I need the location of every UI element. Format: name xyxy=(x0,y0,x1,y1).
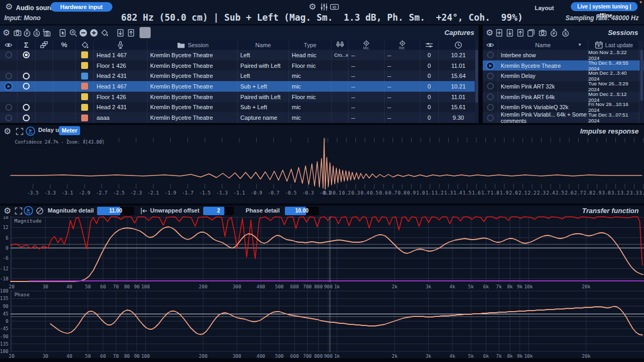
captures-header-time[interactable] xyxy=(439,40,478,50)
color-swatch-button[interactable] xyxy=(140,27,151,38)
sum-radio[interactable] xyxy=(23,83,30,90)
minus-icon[interactable] xyxy=(79,28,88,38)
capture-row[interactable]: Head 1 467Kremlin Bycetre TheatreSub + L… xyxy=(0,81,478,92)
session-cell-eye[interactable] xyxy=(483,70,498,81)
eye-icon[interactable] xyxy=(4,40,13,50)
captures-header-pct[interactable]: % xyxy=(53,40,76,50)
unwrapped-offset-input[interactable]: 2 xyxy=(203,207,234,215)
capture-cell-sum[interactable] xyxy=(18,60,36,71)
magnitude-detail-input[interactable]: 11.00 xyxy=(97,207,134,215)
copy-icon[interactable] xyxy=(526,28,536,38)
session-row[interactable]: Kremlin Pink Variabl... 64k + Some comme… xyxy=(483,112,644,123)
color-swatch[interactable] xyxy=(81,83,88,90)
calendar-icon[interactable] xyxy=(594,40,604,50)
captures-header-session[interactable]: Session xyxy=(147,40,238,50)
two-mics-icon[interactable] xyxy=(335,40,345,50)
capture-cell-sum[interactable] xyxy=(18,92,36,102)
capture-row[interactable]: Head 2 431Kremlin Bycetre TheatreLeftmic… xyxy=(0,70,478,81)
sum-radio[interactable] xyxy=(23,73,30,80)
timer-s-icon[interactable]: S xyxy=(561,28,570,38)
visibility-circle[interactable] xyxy=(5,73,12,80)
captures-header-capture[interactable] xyxy=(94,40,147,50)
capture-cell-eye[interactable] xyxy=(0,81,18,92)
session-row[interactable]: Kremlin Pink VariableQ 32kFri Nov 29...1… xyxy=(483,102,644,113)
gear-icon[interactable]: ⚙ xyxy=(2,28,11,38)
zoom-d-icon[interactable]: d xyxy=(68,28,78,38)
plus-icon[interactable] xyxy=(89,28,99,38)
captures-header-ref[interactable]: Ref. xyxy=(385,40,420,50)
color-swatch[interactable] xyxy=(81,104,88,111)
capture-cell-eye[interactable] xyxy=(0,50,18,60)
captures-header-gain[interactable] xyxy=(420,40,439,50)
import-icon[interactable] xyxy=(116,28,125,38)
camera-icon[interactable] xyxy=(538,28,547,38)
export-icon[interactable] xyxy=(516,28,525,38)
capture-cell-color[interactable] xyxy=(76,60,94,71)
session-cell-eye[interactable] xyxy=(483,50,498,60)
capture-cell-color[interactable] xyxy=(76,81,94,92)
capture-cell-color[interactable] xyxy=(76,112,94,123)
doc-plus-icon[interactable] xyxy=(494,28,504,38)
settings-gear-icon[interactable]: ⚙ xyxy=(308,2,317,12)
impulse-live-icon[interactable]: live xyxy=(25,126,36,136)
import-icon[interactable] xyxy=(505,28,515,38)
mode-button[interactable]: Live | system tuning | offline xyxy=(571,2,638,11)
capture-cell-sum[interactable] xyxy=(18,112,36,123)
session-cell-eye[interactable] xyxy=(483,60,498,71)
capture-cell-eye[interactable] xyxy=(0,102,18,113)
sessions-scrollbar[interactable] xyxy=(640,40,643,123)
impulse-settings-gear-icon[interactable]: ⚙ xyxy=(3,127,12,136)
transfer-fullscreen-icon[interactable] xyxy=(14,206,23,216)
capture-row[interactable]: aaaaKremlin Bycetre TheatreCapture namem… xyxy=(0,112,478,123)
timer-p-icon[interactable]: P xyxy=(549,28,559,38)
polarity-icon[interactable] xyxy=(35,206,45,216)
clock-icon[interactable] xyxy=(454,40,463,50)
hardware-input-button[interactable]: Hardware input xyxy=(50,2,112,12)
captures-header-sum[interactable]: Σ xyxy=(18,40,36,50)
bucket-icon[interactable] xyxy=(80,40,90,50)
target-icon[interactable] xyxy=(362,40,371,46)
gear-icon[interactable]: ⚙ xyxy=(485,28,494,38)
export-icon[interactable] xyxy=(126,28,136,38)
audio-source-gear-icon[interactable]: ⚙ xyxy=(4,2,14,12)
capture-cell-color[interactable] xyxy=(76,50,94,60)
capture-cell-color[interactable] xyxy=(76,70,94,81)
store-icon[interactable] xyxy=(58,28,67,38)
microphone-icon[interactable] xyxy=(116,40,125,50)
capture-cell-sum[interactable] xyxy=(18,70,36,81)
capture-cell-eye[interactable] xyxy=(0,112,18,123)
captures-header-color[interactable] xyxy=(76,40,94,50)
color-swatch[interactable] xyxy=(81,93,88,100)
capture-cell-color[interactable] xyxy=(76,102,94,113)
visibility-circle[interactable] xyxy=(5,104,12,111)
visibility-circle[interactable] xyxy=(5,114,12,121)
io-icon[interactable]: IO xyxy=(329,2,339,12)
capture-cell-sum[interactable] xyxy=(18,81,36,92)
transfer-settings-gear-icon[interactable]: ⚙ xyxy=(3,206,12,216)
captures-header-eye[interactable] xyxy=(0,40,18,50)
capture-cell-eye[interactable] xyxy=(0,60,18,71)
captures-header-label[interactable]: Name xyxy=(238,40,289,50)
session-row[interactable]: Kremlin DelayMon Dec 2...3:40 2024 xyxy=(483,70,644,81)
capture-row[interactable]: Floor 1 426Kremlin Bycetre TheatrePaired… xyxy=(0,92,478,102)
eye-icon[interactable] xyxy=(485,40,495,50)
sum-camera-icon[interactable]: Σ xyxy=(42,28,51,38)
meter-button[interactable]: Meter xyxy=(59,126,80,135)
capture-row[interactable]: Head 2 431Kremlin Bycetre TheatreSub + L… xyxy=(0,102,478,113)
visibility-circle[interactable] xyxy=(487,104,494,111)
unwrap-icon[interactable] xyxy=(139,206,149,216)
capture-cell-color[interactable] xyxy=(76,92,94,102)
color-swatch[interactable] xyxy=(81,51,88,58)
session-cell-eye[interactable] xyxy=(483,112,498,123)
visibility-circle[interactable] xyxy=(487,51,494,58)
session-row[interactable]: Kremlin Pink ART 32kTue Nov 26...3:29 20… xyxy=(483,81,644,92)
visibility-circle[interactable] xyxy=(5,51,12,58)
session-row[interactable]: Kremlin Bycetre TheatreThu Dec 5...49:55… xyxy=(483,60,644,71)
session-row[interactable]: Interbee showMon Nov 2...5:22 2024 xyxy=(483,50,644,60)
transfer-live-icon[interactable]: live xyxy=(23,206,33,216)
sum-radio[interactable] xyxy=(23,104,30,111)
phase-detail-input[interactable]: 10.00 xyxy=(285,207,319,215)
percent-icon[interactable]: % xyxy=(59,40,69,50)
visibility-circle[interactable] xyxy=(487,73,494,80)
sort-down-icon[interactable]: ▼ xyxy=(575,40,585,50)
